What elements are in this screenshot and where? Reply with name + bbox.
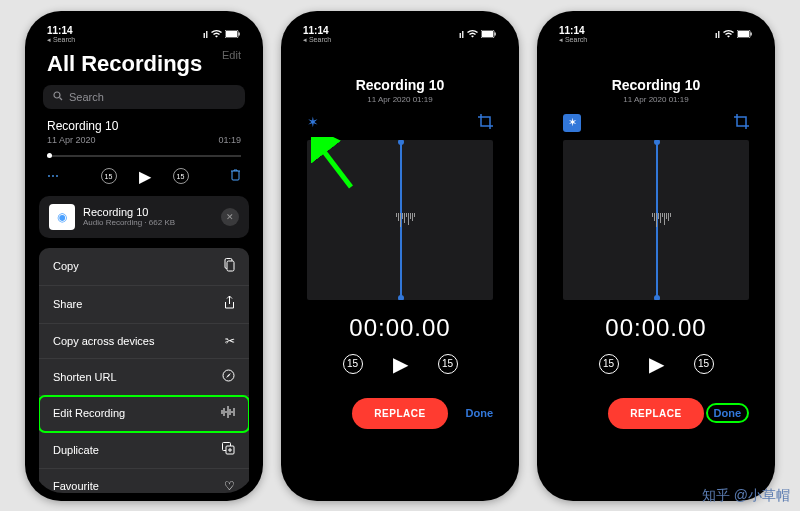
svg-rect-21 xyxy=(495,32,496,35)
recording-title: Recording 10 xyxy=(47,119,241,133)
phone-3-edit-done: 11:14 ◂ Search ıl Recording 10 11 Apr 20… xyxy=(537,11,775,501)
svg-rect-6 xyxy=(227,261,234,271)
copy-icon xyxy=(223,258,235,275)
scissors-icon: ✂ xyxy=(225,334,235,348)
skip-back-15-icon[interactable]: 15 xyxy=(343,354,363,374)
magic-wand-active-icon[interactable]: ✶ xyxy=(563,114,581,132)
skip-fwd-15-icon[interactable]: 15 xyxy=(438,354,458,374)
svg-rect-25 xyxy=(751,32,752,35)
edit-tools: ✶ xyxy=(545,108,767,132)
crop-icon[interactable] xyxy=(478,114,493,132)
back-search[interactable]: ◂ Search xyxy=(47,36,75,43)
back-search[interactable]: ◂ Search xyxy=(559,36,587,43)
playback-controls: 15 ▶ 15 xyxy=(289,348,511,380)
skip-fwd-15-icon[interactable]: 15 xyxy=(694,354,714,374)
status-time: 11:14 xyxy=(47,26,75,36)
share-title: Recording 10 xyxy=(83,206,213,218)
action-share[interactable]: Share xyxy=(39,286,249,324)
play-icon[interactable]: ▶ xyxy=(649,352,664,376)
svg-rect-1 xyxy=(226,31,237,37)
bottom-actions: REPLACE Done xyxy=(289,380,511,429)
wifi-icon xyxy=(467,30,478,40)
screen-1: 11:14 ◂ Search ıl Edit All Recordings Se… xyxy=(33,19,255,493)
battery-icon xyxy=(225,30,241,40)
edit-button[interactable]: Edit xyxy=(222,49,241,61)
search-icon xyxy=(53,91,63,103)
action-edit-recording[interactable]: Edit Recording xyxy=(39,396,249,432)
recording-row[interactable]: Recording 10 11 Apr 2020 01:19 xyxy=(33,109,255,149)
share-subtitle: Audio Recording · 662 KB xyxy=(83,218,213,227)
close-icon[interactable]: ✕ xyxy=(221,208,239,226)
share-icon xyxy=(224,296,235,313)
edit-title: Recording 10 xyxy=(545,77,767,93)
waveform-display[interactable] xyxy=(563,140,749,300)
edit-header: Recording 10 11 Apr 2020 01:19 xyxy=(289,45,511,108)
waveform-data xyxy=(652,213,671,227)
search-placeholder: Search xyxy=(69,91,104,103)
compass-icon xyxy=(222,369,235,385)
heart-icon: ♡ xyxy=(224,479,235,493)
action-favourite[interactable]: Favourite ♡ xyxy=(39,469,249,493)
magic-wand-icon[interactable]: ✶ xyxy=(307,114,319,132)
edit-header: Recording 10 11 Apr 2020 01:19 xyxy=(545,45,767,108)
edit-subtitle: 11 Apr 2020 01:19 xyxy=(545,95,767,104)
replace-button[interactable]: REPLACE xyxy=(352,398,447,429)
wifi-icon xyxy=(211,30,222,40)
edit-tools: ✶ xyxy=(289,108,511,132)
done-button[interactable]: Done xyxy=(466,407,494,419)
status-time: 11:14 xyxy=(303,26,331,36)
play-icon[interactable]: ▶ xyxy=(139,167,151,186)
skip-back-15-icon[interactable]: 15 xyxy=(599,354,619,374)
svg-rect-2 xyxy=(239,32,240,35)
waveform-display[interactable] xyxy=(307,140,493,300)
svg-point-3 xyxy=(54,92,60,98)
playback-controls: 15 ▶ 15 xyxy=(545,348,767,380)
phone-2-edit-screen: 11:14 ◂ Search ıl Recording 10 11 Apr 20… xyxy=(281,11,519,501)
bottom-actions: REPLACE Done xyxy=(545,380,767,429)
search-input[interactable]: Search xyxy=(43,85,245,109)
back-search[interactable]: ◂ Search xyxy=(303,36,331,43)
scrubber[interactable] xyxy=(47,155,241,157)
recording-duration: 01:19 xyxy=(218,135,241,145)
phone-1-all-recordings: 11:14 ◂ Search ıl Edit All Recordings Se… xyxy=(25,11,263,501)
waveform-data xyxy=(396,213,415,227)
status-time: 11:14 xyxy=(559,26,587,36)
action-shorten-url[interactable]: Shorten URL xyxy=(39,359,249,396)
action-copy[interactable]: Copy xyxy=(39,248,249,286)
options-icon[interactable]: ⋯ xyxy=(47,169,59,183)
screen-2: 11:14 ◂ Search ıl Recording 10 11 Apr 20… xyxy=(289,19,511,493)
battery-icon xyxy=(481,30,497,40)
notch xyxy=(345,11,455,33)
play-icon[interactable]: ▶ xyxy=(393,352,408,376)
svg-rect-24 xyxy=(738,31,749,37)
duplicate-icon xyxy=(222,442,235,458)
playback-controls: ⋯ 15 ▶ 15 xyxy=(33,159,255,196)
skip-fwd-icon[interactable]: 15 xyxy=(173,168,189,184)
battery-icon xyxy=(737,30,753,40)
wifi-icon xyxy=(723,30,734,40)
share-sheet-header: ◉ Recording 10 Audio Recording · 662 KB … xyxy=(39,196,249,238)
watermark: 知乎 @小草帽 xyxy=(702,487,790,505)
action-duplicate[interactable]: Duplicate xyxy=(39,432,249,469)
edit-title: Recording 10 xyxy=(289,77,511,93)
waveform-icon xyxy=(221,406,235,421)
action-list: Copy Share Copy across devices ✂ Shorten… xyxy=(39,248,249,493)
recording-thumbnail-icon: ◉ xyxy=(49,204,75,230)
trash-icon[interactable] xyxy=(230,169,241,184)
replace-button[interactable]: REPLACE xyxy=(608,398,703,429)
done-button[interactable]: Done xyxy=(706,403,750,423)
notch xyxy=(89,11,199,33)
notch xyxy=(601,11,711,33)
signal-icon: ıl xyxy=(203,30,208,40)
edit-subtitle: 11 Apr 2020 01:19 xyxy=(289,95,511,104)
skip-back-icon[interactable]: 15 xyxy=(101,168,117,184)
action-copy-across[interactable]: Copy across devices ✂ xyxy=(39,324,249,359)
signal-icon: ıl xyxy=(715,30,720,40)
timer-display: 00:00.00 xyxy=(289,300,511,348)
timer-display: 00:00.00 xyxy=(545,300,767,348)
svg-line-4 xyxy=(60,97,63,100)
recording-date: 11 Apr 2020 xyxy=(47,135,96,145)
crop-icon[interactable] xyxy=(734,114,749,132)
signal-icon: ıl xyxy=(459,30,464,40)
svg-rect-20 xyxy=(482,31,493,37)
